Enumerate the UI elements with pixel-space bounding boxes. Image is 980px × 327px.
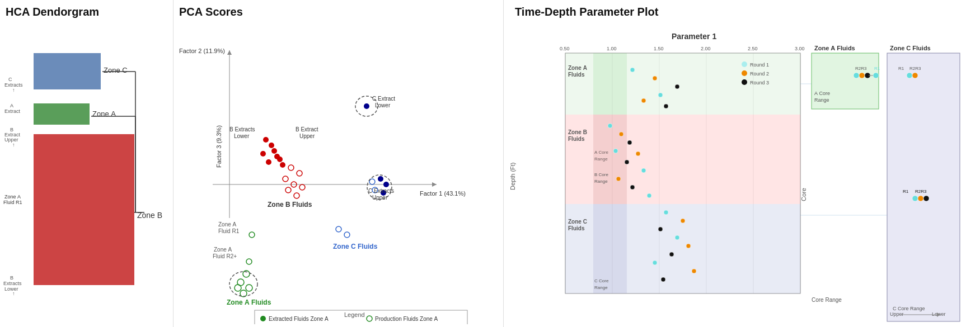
td-panel: Time-Depth Parameter Plot [504, 0, 980, 327]
pca-title: PCA Scores [179, 6, 243, 18]
hca-title: HCA Dendorgram [6, 6, 99, 18]
td-title: Time-Depth Parameter Plot [515, 6, 658, 18]
hca-panel: HCA Dendorgram [0, 0, 174, 327]
td-plot-canvas [504, 22, 980, 324]
pca-scores-canvas [174, 22, 504, 324]
hca-dendrogram-canvas [0, 22, 174, 324]
pca-panel: PCA Scores [174, 0, 504, 327]
